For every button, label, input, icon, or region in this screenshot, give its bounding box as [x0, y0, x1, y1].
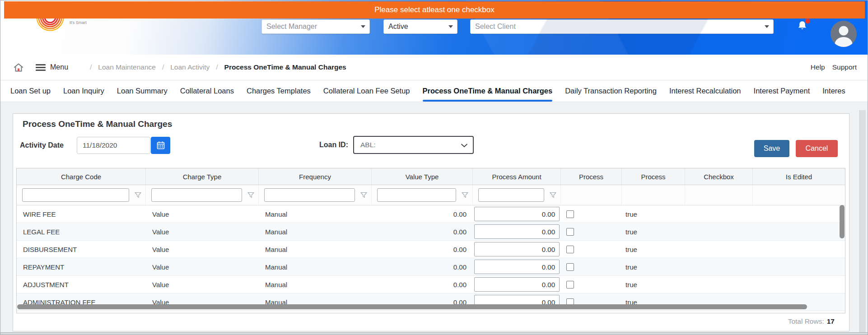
- col-header-2-frequency: Frequency: [259, 168, 372, 185]
- client-select[interactable]: Select Client: [470, 19, 774, 34]
- cell-charge-type: Value: [146, 241, 259, 258]
- tab-loan-inquiry[interactable]: Loan Inquiry: [63, 80, 104, 102]
- loan-id-label: Loan ID:: [319, 136, 348, 154]
- save-button[interactable]: Save: [754, 140, 789, 157]
- filter-input-charge-code[interactable]: [22, 188, 129, 202]
- tabs-row: Loan Set upLoan InquiryLoan SummaryColla…: [0, 80, 868, 102]
- tab-loan-summary[interactable]: Loan Summary: [117, 80, 168, 102]
- filter-input-charge-type[interactable]: [151, 188, 242, 202]
- filter-cell-charge-type-1: [146, 185, 259, 205]
- cell-charge-type: Value: [146, 258, 259, 275]
- cell-checkbox-col: [685, 205, 753, 223]
- cell-frequency: Manual: [259, 223, 372, 240]
- cell-is-edited-col: [753, 205, 845, 223]
- cell-charge-code: DISBURSEMENT: [17, 241, 146, 258]
- breadcrumb-trail: /Loan Maintenance/Loan Activity/Process …: [90, 63, 346, 71]
- cell-is-edited-col: [753, 276, 845, 293]
- hamburger-menu-icon[interactable]: [36, 64, 46, 71]
- process-amount-input[interactable]: [474, 277, 560, 292]
- filter-cell-process-5: [561, 185, 622, 205]
- page-scrollbar[interactable]: [859, 110, 866, 334]
- cell-charge-type: Value: [146, 205, 259, 223]
- filter-input-frequency[interactable]: [264, 188, 355, 202]
- cell-process-amount: [473, 241, 561, 258]
- status-select-value: Active: [388, 23, 408, 31]
- manager-select[interactable]: Select Manager: [261, 19, 370, 34]
- tab-interest-recalculation[interactable]: Interest Recalculation: [669, 80, 741, 102]
- col-header-4-process-amount: Process Amount: [473, 168, 561, 185]
- vertical-scrollbar[interactable]: [840, 205, 845, 238]
- cell-is-edited: true: [622, 205, 685, 223]
- filter-funnel-icon[interactable]: [461, 191, 469, 199]
- grid-filter-row: [17, 185, 845, 205]
- tab-daily-transaction-reporting[interactable]: Daily Transaction Reporting: [565, 80, 657, 102]
- cancel-button[interactable]: Cancel: [796, 140, 838, 157]
- cell-value-type: 0.00: [372, 258, 473, 275]
- process-amount-input[interactable]: [474, 242, 560, 256]
- manager-select-value: Select Manager: [266, 23, 317, 31]
- process-checkbox[interactable]: [566, 246, 574, 253]
- calendar-icon: [156, 141, 165, 150]
- process-amount-input[interactable]: [474, 224, 560, 239]
- process-checkbox[interactable]: [566, 263, 574, 271]
- cell-charge-code: LEGAL FEE: [17, 223, 146, 240]
- cell-value-type: 0.00: [372, 205, 473, 223]
- horizontal-scrollbar[interactable]: [17, 304, 807, 309]
- total-rows-value: 17: [827, 317, 835, 325]
- process-checkbox[interactable]: [566, 228, 574, 236]
- tab-process-onetime-manual-charges[interactable]: Process OneTime & Manual Charges: [423, 80, 553, 102]
- cell-is-edited-col: [753, 241, 845, 258]
- process-amount-input[interactable]: [474, 260, 560, 274]
- process-checkbox[interactable]: [566, 210, 574, 218]
- app-window: It's Smart Select Manager Active Select …: [0, 0, 868, 335]
- cell-process-amount: [473, 223, 561, 240]
- filter-input-process-amount[interactable]: [478, 188, 544, 202]
- grid-header-row: Charge CodeCharge TypeFrequencyValue Typ…: [17, 168, 845, 185]
- menu-label[interactable]: Menu: [50, 63, 68, 71]
- col-header-8-is-edited: Is Edited: [753, 168, 845, 185]
- cell-process: [561, 241, 622, 258]
- tab-interest-payment[interactable]: Interest Payment: [754, 80, 810, 102]
- cell-is-edited: true: [622, 276, 685, 293]
- caret-down-icon: [448, 25, 453, 28]
- support-link[interactable]: Support: [832, 63, 857, 71]
- filter-cell-is-edited-8: [753, 185, 845, 205]
- calendar-button[interactable]: [151, 137, 170, 154]
- cell-charge-type: Value: [146, 223, 259, 240]
- breadcrumb: Menu /Loan Maintenance/Loan Activity/Pro…: [0, 55, 868, 80]
- cell-process-amount: [473, 258, 561, 275]
- caret-down-icon: [765, 25, 769, 28]
- filter-funnel-icon[interactable]: [247, 191, 255, 199]
- filter-funnel-icon[interactable]: [360, 191, 368, 199]
- activity-date-input[interactable]: [77, 137, 150, 154]
- col-header-5-process: Process: [561, 168, 622, 185]
- window-bottom-edge: [0, 332, 868, 335]
- cell-value-type: 0.00: [372, 223, 473, 240]
- tab-collateral-loan-fee-setup[interactable]: Collateral Loan Fee Setup: [323, 80, 410, 102]
- breadcrumb-item-loan-maintenance[interactable]: Loan Maintenance: [98, 63, 156, 71]
- process-amount-input[interactable]: [474, 207, 560, 221]
- filter-input-value-type[interactable]: [377, 188, 456, 202]
- home-icon[interactable]: [13, 62, 24, 72]
- person-icon: [831, 21, 857, 47]
- tab-loan-set-up[interactable]: Loan Set up: [10, 80, 51, 102]
- col-header-6-process: Process: [622, 168, 685, 185]
- loan-id-select[interactable]: ABL:: [353, 136, 474, 154]
- status-select[interactable]: Active: [383, 19, 457, 34]
- process-checkbox[interactable]: [566, 281, 574, 288]
- chevron-down-icon: [461, 144, 467, 148]
- tab-collateral-loans[interactable]: Collateral Loans: [180, 80, 234, 102]
- tab-interes[interactable]: Interes: [822, 80, 845, 102]
- user-avatar[interactable]: [831, 21, 857, 47]
- filter-funnel-icon[interactable]: [134, 191, 142, 199]
- filter-funnel-icon[interactable]: [549, 191, 557, 199]
- notifications-bell-icon[interactable]: [796, 20, 810, 35]
- help-link[interactable]: Help: [811, 63, 825, 71]
- grid-body: WIRE FEEValueManual0.00trueLEGAL FEEValu…: [17, 205, 845, 311]
- tab-charges-templates[interactable]: Charges Templates: [247, 80, 311, 102]
- breadcrumb-separator: /: [90, 63, 92, 71]
- charges-grid: Charge CodeCharge TypeFrequencyValue Typ…: [16, 168, 845, 313]
- cell-process: [561, 258, 622, 275]
- breadcrumb-item-loan-activity[interactable]: Loan Activity: [170, 63, 210, 71]
- cell-checkbox-col: [685, 241, 753, 258]
